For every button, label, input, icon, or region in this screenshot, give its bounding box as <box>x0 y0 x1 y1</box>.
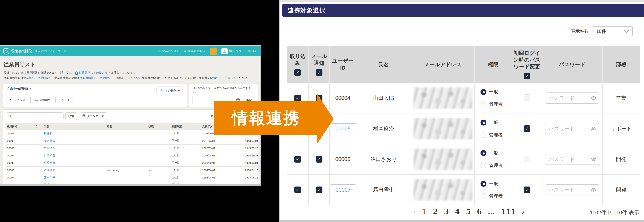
sort-toggle-employee-number[interactable] <box>35 123 43 130</box>
smarthr-logo[interactable]: S SmartHR <box>3 48 32 54</box>
password-input[interactable] <box>548 156 590 162</box>
permission-admin-option[interactable]: 管理者 <box>480 162 512 168</box>
employee-name-link[interactable]: 日野 卓朗 <box>44 154 55 157</box>
funnel-icon <box>10 98 12 102</box>
radio-general[interactable] <box>480 150 486 156</box>
link-invite[interactable]: SmartHRに招待 <box>210 76 230 79</box>
user-id-input[interactable] <box>330 123 356 134</box>
employee-row: 00003 村瀬 政利 正社員 2023/09/01 1945/03/25 <box>6 144 261 152</box>
radio-general[interactable] <box>480 120 486 126</box>
full-name: 橋本麻疹 <box>373 126 394 132</box>
link-bulk-register[interactable]: 従業員の一括登録 <box>24 76 46 79</box>
permission-general-option[interactable]: 一般 <box>480 89 512 95</box>
display-items-button[interactable]: 表示項目 <box>33 96 53 104</box>
import-checkbox[interactable] <box>294 95 301 102</box>
password-input[interactable] <box>548 187 590 193</box>
link-bulk-update[interactable]: 従業員情報の一括更新 <box>80 76 108 79</box>
mail-notify-checkbox[interactable] <box>316 156 322 162</box>
permission-general-option[interactable]: 一般 <box>480 150 512 156</box>
pagination-page-4[interactable]: 4 <box>455 207 460 216</box>
employee-name-link[interactable]: 村瀬 政利 <box>44 146 55 150</box>
result-summary: 1102件中 - 10件 表示 <box>590 209 639 216</box>
sort-asc-icon <box>36 125 37 126</box>
mail-notify-checkbox[interactable] <box>316 186 322 193</box>
radio-general[interactable] <box>480 181 486 187</box>
window-bottom-strip <box>0 184 260 186</box>
department: サポート <box>610 126 632 132</box>
mail-select-all-checkbox[interactable] <box>316 69 322 76</box>
radio-admin[interactable] <box>480 102 486 107</box>
eye-off-icon[interactable] <box>590 95 596 101</box>
eye-off-icon[interactable] <box>590 126 596 132</box>
date-hint: 日付を指定して、過去の従業員情報を表示できます。 <box>192 86 254 93</box>
first-login-select-all-checkbox[interactable] <box>524 73 530 79</box>
sort-button[interactable]: ソート <box>56 96 73 104</box>
pagination-ellipsis: … <box>488 207 495 216</box>
employee-name-link[interactable]: 小西 摩哉 <box>44 161 55 164</box>
permission-admin-option[interactable]: 管理者 <box>480 132 512 138</box>
company-name: 株式会社○×ソフトウェア <box>34 49 66 53</box>
nav-employee-list[interactable]: 従業員リスト <box>158 49 180 53</box>
employee-name-link[interactable]: 安達 隆夫 <box>44 139 55 142</box>
pagination-prev[interactable]: ‹ <box>413 208 416 216</box>
pagination-page-111[interactable]: 111 <box>501 207 516 216</box>
eye-off-icon[interactable] <box>590 156 596 162</box>
link-how-to-use[interactable]: 従業員リストの使い方 <box>79 71 107 74</box>
notification-badge[interactable]: 9+ <box>210 48 217 55</box>
import-checkbox[interactable] <box>294 156 301 162</box>
download-icon <box>82 114 86 118</box>
nav-employee-management[interactable]: 従業員管理 <box>184 49 205 53</box>
search-button[interactable]: 検索 <box>66 112 77 120</box>
avatar <box>221 48 228 54</box>
permission-admin-option[interactable]: 管理者 <box>480 193 512 199</box>
list-actions-button[interactable]: リストの操作 <box>156 86 183 95</box>
info-linkage-arrow: 情報連携 <box>214 101 317 135</box>
import-select-all-checkbox[interactable] <box>294 69 301 76</box>
radio-admin[interactable] <box>480 162 486 168</box>
filter-button[interactable]: フィルター <box>7 96 30 104</box>
pagination-page-6[interactable]: 6 <box>477 207 482 216</box>
search-input[interactable] <box>14 113 62 120</box>
password-field <box>545 92 600 104</box>
page-size-label: 表示件数 <box>571 28 589 34</box>
help-icon[interactable] <box>75 72 78 75</box>
permission-general-option[interactable]: 一般 <box>480 180 512 187</box>
email-redacted <box>414 179 472 200</box>
page-size-select[interactable]: 10件 <box>593 26 633 36</box>
employee-row: 00006 沼田 さおり 部署1string 役職1 正社員 2004/06/0… <box>6 166 261 174</box>
permission-admin-option[interactable]: 管理者 <box>480 101 512 107</box>
col-import: 取り込み <box>287 46 308 83</box>
permission-general-option[interactable]: 一般 <box>480 120 512 126</box>
pagination-page-2[interactable]: 2 <box>433 207 438 216</box>
password-input[interactable] <box>548 95 590 101</box>
first-login-change-checkbox[interactable] <box>524 156 530 162</box>
eye-off-icon[interactable] <box>590 187 596 193</box>
first-login-change-checkbox[interactable] <box>524 94 530 101</box>
password-input[interactable] <box>548 126 590 132</box>
chevron-down-icon <box>624 30 629 33</box>
email-redacted <box>414 88 472 109</box>
employee-name-link[interactable]: 藤原 千栄 <box>44 176 55 179</box>
user-menu[interactable]: 沼田 さおり（00006） <box>221 48 258 54</box>
chevron-down-icon <box>204 51 205 52</box>
import-checkbox[interactable] <box>294 186 301 193</box>
pagination-page-5[interactable]: 5 <box>466 207 471 216</box>
user-id-input[interactable] <box>330 184 356 195</box>
radio-admin[interactable] <box>480 193 486 199</box>
panel-bottom-strip <box>280 220 644 222</box>
employee-name-link[interactable]: 沼田 さおり <box>44 168 58 172</box>
department: 開発 <box>616 187 626 193</box>
radio-admin[interactable] <box>480 132 486 138</box>
first-login-change-checkbox[interactable] <box>524 186 530 193</box>
col-user-id: ユーザーID <box>330 46 356 83</box>
pagination-page-3[interactable]: 3 <box>444 207 449 216</box>
chevron-down-icon <box>30 88 31 90</box>
pagination-page-1[interactable]: 1 <box>422 207 427 216</box>
download-button[interactable]: ダウンロード <box>80 112 107 120</box>
employee-name-link[interactable]: 松村 裕一 <box>44 132 55 135</box>
email-redacted <box>414 118 472 139</box>
first-login-change-checkbox[interactable] <box>524 125 530 132</box>
full-name: 沼田さおり <box>370 156 397 162</box>
radio-general[interactable] <box>480 89 486 95</box>
pagination-next[interactable]: › <box>522 208 524 216</box>
